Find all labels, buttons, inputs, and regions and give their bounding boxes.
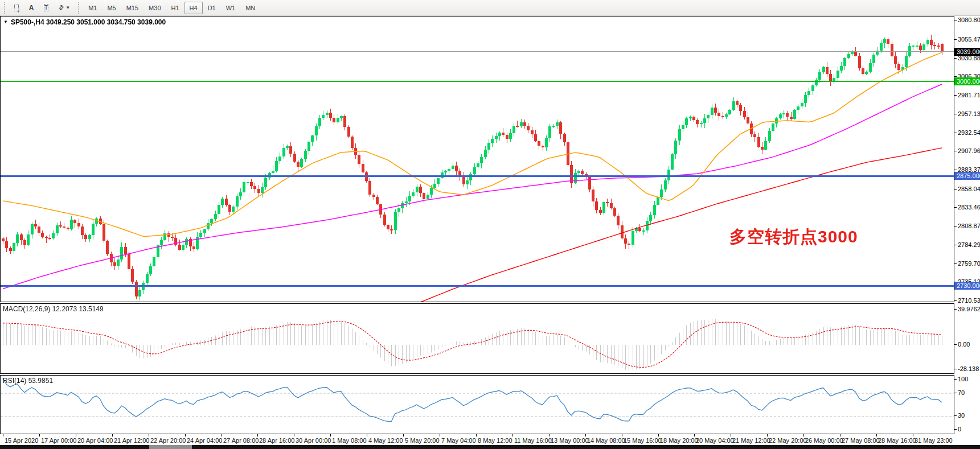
time-tick: [39, 434, 40, 436]
horizontal-level-line[interactable]: [1, 81, 954, 82]
horizontal-level-line[interactable]: [1, 175, 954, 177]
timeframe-button-m1[interactable]: M1: [83, 2, 102, 14]
time-tick-label: 31 May 23:00: [915, 437, 953, 444]
main-chart-panel: ▼ SP500-,H4 3049.250 3051.000 3034.750 3…: [0, 16, 980, 302]
time-tick-label: 4 May 12:00: [368, 437, 403, 444]
time-tick-label: 30 Apr 00:00: [296, 437, 331, 444]
time-tick: [694, 434, 695, 436]
candlestick-canvas[interactable]: [1, 17, 954, 302]
timeframe-button-m5[interactable]: M5: [102, 2, 121, 14]
price-tick-label: 2957.130: [954, 110, 980, 118]
time-tick: [658, 434, 659, 436]
macd-tick-label: 0.00: [954, 341, 970, 348]
time-tick-label: 11 May 16:00: [514, 437, 552, 444]
horizontal-level-line[interactable]: [1, 285, 954, 287]
time-tick: [112, 434, 113, 436]
chart-title: ▼ SP500-,H4 3049.250 3051.000 3034.750 3…: [3, 18, 166, 26]
price-badge: 3039.000: [954, 48, 980, 56]
time-tick: [222, 434, 222, 436]
timeframe-button-w1[interactable]: W1: [221, 2, 241, 14]
rsi-panel: RSI(14) 53.9851 10070300: [0, 375, 980, 434]
macd-panel: MACD(12,26,9) 12.2073 13.5149 39.97620.0…: [0, 303, 980, 374]
time-tick-label: 7 May 04:00: [441, 437, 476, 444]
time-tick-label: 24 Apr 04:00: [187, 437, 222, 444]
timeframe-button-m15[interactable]: M15: [121, 2, 143, 14]
rsi-tick-label: 70: [954, 389, 965, 397]
timeframe-button-m30[interactable]: M30: [143, 2, 166, 14]
fibonacci-icon: F: [14, 5, 19, 11]
time-tick-label: 28 Apr 16:00: [259, 437, 294, 444]
time-tick-label: 20 Apr 04:00: [77, 437, 113, 444]
time-tick: [257, 434, 258, 436]
rsi-canvas[interactable]: [1, 376, 954, 434]
time-tick: [330, 434, 331, 436]
time-tick: [840, 434, 840, 436]
timeframe-button-h1[interactable]: H1: [166, 2, 184, 14]
text-annotation-button[interactable]: A: [24, 2, 39, 14]
time-tick-label: 14 May 08:00: [587, 437, 625, 444]
arrows-icon: ⇄: [57, 3, 66, 13]
time-tick: [3, 434, 3, 436]
time-tick: [440, 434, 440, 436]
bottom-edge-segment: [149, 445, 192, 449]
time-tick-label: 21 Apr 12:00: [114, 437, 149, 444]
timeframe-button-group: M1M5M15M30H1H4D1W1MN: [83, 2, 260, 14]
text-label-icon: T: [44, 4, 48, 11]
time-tick-label: 22 May 20:00: [769, 437, 807, 444]
macd-plot[interactable]: MACD(12,26,9) 12.2073 13.5149: [0, 303, 954, 374]
time-axis[interactable]: 15 Apr 202017 Apr 00:0020 Apr 04:0021 Ap…: [0, 434, 954, 445]
rsi-scale[interactable]: 10070300: [954, 375, 980, 434]
arrow-objects-button[interactable]: ⇄ ▼: [54, 2, 75, 14]
time-tick-label: 27 May 08:00: [842, 437, 880, 444]
rsi-plot[interactable]: RSI(14) 53.9851: [0, 375, 954, 434]
dropdown-triangle-icon[interactable]: ▼: [3, 20, 8, 24]
time-tick: [512, 434, 513, 436]
price-tick-label: 2784.290: [954, 241, 980, 249]
time-tick-label: 20 May 04:00: [696, 437, 734, 444]
price-tick-label: 2858.045: [954, 186, 980, 193]
time-tick-label: 13 May 00:00: [551, 437, 589, 444]
time-tick-label: 1 May 08:00: [332, 437, 367, 444]
time-tick: [76, 434, 76, 436]
fibonacci-tool-button[interactable]: F: [9, 2, 24, 14]
macd-tick-label: 39.9762: [954, 306, 980, 313]
price-tick-label: 2932.545: [954, 129, 980, 137]
time-tick: [876, 434, 877, 436]
current-price-line: [1, 51, 954, 52]
time-tick-label: 15 May 16:00: [624, 437, 662, 444]
time-tick-label: 18 May 20:00: [660, 437, 698, 444]
main-price-scale[interactable]: 3080.8003055.4703030.8853006.3002981.715…: [954, 16, 980, 302]
price-tick-label: 2907.960: [954, 147, 980, 155]
time-tick: [476, 434, 477, 436]
time-tick: [149, 434, 149, 436]
time-tick-label: 8 May 12:00: [478, 437, 512, 444]
rsi-tick-label: 30: [954, 412, 965, 419]
time-tick: [294, 434, 294, 436]
time-tick: [767, 434, 768, 436]
price-tick-label: 2808.875: [954, 223, 980, 230]
time-tick: [403, 434, 404, 436]
time-tick: [622, 434, 622, 436]
text-a-icon: A: [29, 4, 34, 12]
toolbar-drag-handle[interactable]: [4, 2, 6, 14]
chart-annotation-text[interactable]: 多空转折点3000: [729, 225, 858, 249]
price-tick-label: 2981.715: [954, 92, 980, 99]
time-tick-label: 15 Apr 2020: [5, 437, 38, 444]
rsi-tick-label: 0: [954, 426, 961, 433]
time-tick: [367, 434, 367, 436]
timeframe-button-mn[interactable]: MN: [240, 2, 260, 14]
time-tick: [803, 434, 804, 436]
bottom-window-edge: [0, 445, 980, 449]
macd-tick-label: -28.138: [954, 365, 979, 373]
time-tick-label: 21 May 12:00: [732, 437, 770, 444]
text-label-button[interactable]: T: [39, 2, 54, 14]
rsi-label: RSI(14) 53.9851: [3, 377, 53, 385]
price-tick-label: 3080.800: [954, 17, 980, 24]
timeframe-button-h4[interactable]: H4: [184, 2, 203, 14]
timeframe-button-d1[interactable]: D1: [203, 2, 221, 14]
macd-scale[interactable]: 39.97620.00-28.138: [954, 303, 980, 374]
macd-canvas[interactable]: [1, 304, 954, 373]
toolbar-separator: [78, 2, 80, 14]
time-tick-label: 27 Apr 08:00: [223, 437, 259, 444]
price-chart-plot[interactable]: ▼ SP500-,H4 3049.250 3051.000 3034.750 3…: [0, 16, 954, 302]
